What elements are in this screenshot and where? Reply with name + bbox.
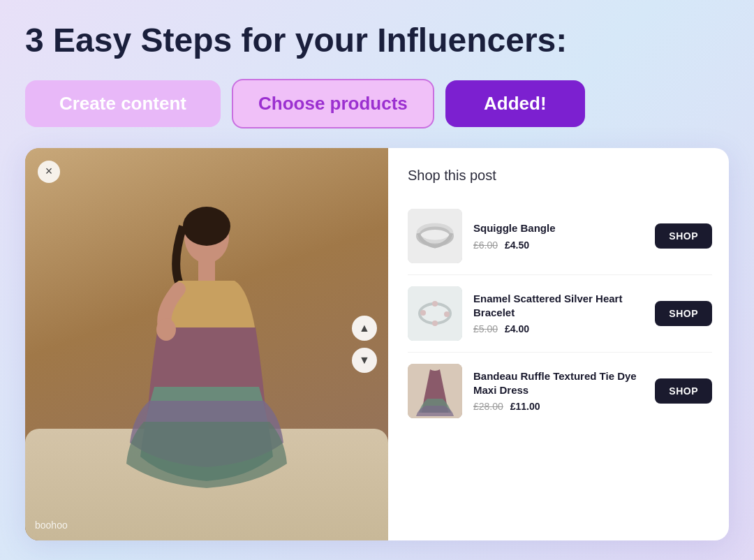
product-name: Squiggle Bangle — [473, 221, 644, 235]
svg-point-9 — [420, 310, 426, 316]
price-original: £28.00 — [473, 401, 503, 412]
price-original: £5.00 — [473, 323, 498, 334]
price-original: £6.00 — [473, 240, 498, 251]
product-thumbnail — [408, 364, 462, 418]
svg-point-1 — [183, 207, 230, 246]
shop-button[interactable]: SHOP — [655, 378, 712, 404]
nav-arrows: ▲ ▼ — [352, 316, 377, 373]
product-name: Bandeau Ruffle Textured Tie Dye Maxi Dre… — [473, 369, 644, 397]
product-name: Enamel Scattered Silver Heart Bracelet — [473, 292, 644, 319]
product-info: Squiggle Bangle £6.00 £4.50 — [473, 221, 644, 251]
svg-rect-4 — [408, 209, 462, 263]
brand-label: boohoo — [35, 520, 68, 531]
price-current: £11.00 — [510, 401, 540, 412]
svg-point-11 — [432, 301, 438, 307]
svg-rect-2 — [198, 261, 215, 281]
nav-up-button[interactable]: ▲ — [352, 316, 377, 341]
product-item: Enamel Scattered Silver Heart Bracelet £… — [408, 275, 712, 353]
step-choose-button[interactable]: Choose products — [232, 79, 434, 128]
product-thumbnail — [408, 286, 462, 341]
product-thumbnail — [408, 209, 462, 263]
svg-point-10 — [444, 311, 450, 317]
shop-button[interactable]: SHOP — [655, 301, 712, 326]
close-button[interactable]: × — [38, 161, 60, 183]
svg-point-3 — [156, 318, 176, 341]
page-title: 3 Easy Steps for your Influencers: — [25, 22, 729, 59]
product-item: Bandeau Ruffle Textured Tie Dye Maxi Dre… — [408, 353, 712, 429]
step-added-button[interactable]: Added! — [445, 80, 585, 127]
price-current: £4.00 — [505, 323, 529, 334]
product-info: Enamel Scattered Silver Heart Bracelet £… — [473, 292, 644, 334]
product-item: Squiggle Bangle £6.00 £4.50 SHOP — [408, 198, 712, 275]
product-price: £6.00 £4.50 — [473, 240, 644, 251]
price-current: £4.50 — [505, 240, 529, 251]
svg-rect-7 — [408, 286, 462, 341]
main-card: × ▲ ▼ boohoo Shop this post — [25, 148, 729, 540]
model-figure — [102, 205, 311, 499]
product-price: £5.00 £4.00 — [473, 323, 644, 334]
shop-panel: Shop this post Squiggle Bangle £ — [388, 148, 729, 540]
svg-point-12 — [432, 320, 438, 326]
photo-panel: × ▲ ▼ boohoo — [25, 148, 388, 540]
nav-down-button[interactable]: ▼ — [352, 348, 377, 373]
product-list: Squiggle Bangle £6.00 £4.50 SHOP — [408, 198, 712, 429]
product-price: £28.00 £11.00 — [473, 401, 644, 412]
product-info: Bandeau Ruffle Textured Tie Dye Maxi Dre… — [473, 369, 644, 412]
steps-row: Create content Choose products Added! — [25, 79, 729, 128]
shop-title: Shop this post — [408, 168, 712, 184]
step-create-button[interactable]: Create content — [25, 80, 221, 127]
shop-button[interactable]: SHOP — [655, 223, 712, 249]
